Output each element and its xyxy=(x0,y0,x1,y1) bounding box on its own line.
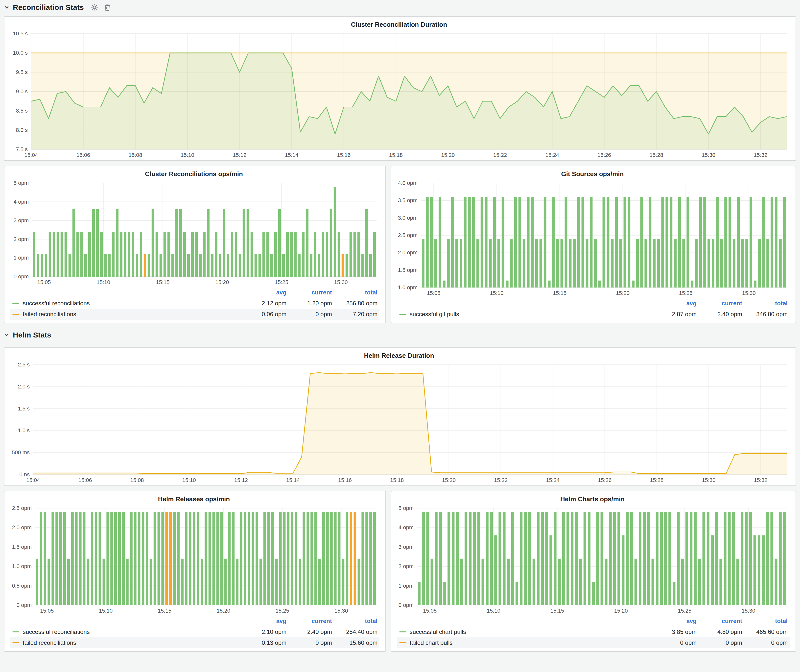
svg-text:15:10: 15:10 xyxy=(487,608,501,614)
svg-text:2.0 s: 2.0 s xyxy=(18,384,30,390)
series-dash-green xyxy=(399,631,406,632)
gear-icon[interactable] xyxy=(91,4,98,11)
panel-title[interactable]: Helm Release Duration xyxy=(7,350,790,361)
legend-header-row: avg current total xyxy=(397,298,790,309)
svg-text:15:10: 15:10 xyxy=(99,608,112,614)
legend-avg-value: 2.12 opm xyxy=(241,300,286,307)
legend-current-value: 1.20 opm xyxy=(286,300,332,307)
legend-label: successful reconciliations xyxy=(23,300,90,307)
legend-header-current[interactable]: current xyxy=(697,300,742,307)
svg-text:8.0 s: 8.0 s xyxy=(16,127,28,133)
svg-text:15:05: 15:05 xyxy=(423,608,437,614)
panel-title[interactable]: Helm Releases ops/min xyxy=(7,493,381,504)
chart-canvas[interactable]: 15:0415:0615:0815:1015:1215:1415:1615:18… xyxy=(7,30,790,159)
legend-row-successful: successful git pulls 2.87 opm 2.40 opm 3… xyxy=(397,309,790,320)
svg-text:15:15: 15:15 xyxy=(553,290,566,296)
svg-text:15:24: 15:24 xyxy=(546,477,560,483)
svg-text:15:25: 15:25 xyxy=(679,290,693,296)
legend-header-total[interactable]: total xyxy=(332,618,378,624)
svg-text:3 opm: 3 opm xyxy=(398,544,414,550)
svg-text:15:20: 15:20 xyxy=(442,477,456,483)
legend-current-value: 0 opm xyxy=(286,311,332,318)
chevron-down-icon[interactable] xyxy=(4,332,10,338)
legend-header-total[interactable]: total xyxy=(742,300,788,307)
chart-canvas[interactable]: 15:0415:0615:0815:1015:1215:1415:1615:18… xyxy=(7,361,790,485)
svg-text:15:20: 15:20 xyxy=(441,152,455,158)
section-title[interactable]: Helm Stats xyxy=(13,331,51,339)
legend-header-current[interactable]: current xyxy=(286,289,332,296)
svg-text:15:16: 15:16 xyxy=(337,152,350,158)
legend-header-avg[interactable]: avg xyxy=(651,618,697,624)
legend-header-avg[interactable]: avg xyxy=(241,289,286,296)
svg-text:15:30: 15:30 xyxy=(334,279,347,285)
svg-text:15:22: 15:22 xyxy=(494,477,507,483)
svg-text:15:15: 15:15 xyxy=(158,608,171,614)
svg-text:5 opm: 5 opm xyxy=(14,180,29,186)
svg-text:15:25: 15:25 xyxy=(275,608,289,614)
svg-text:1.5 opm: 1.5 opm xyxy=(398,267,418,273)
svg-text:1.5 s: 1.5 s xyxy=(18,406,30,412)
series-dash-green xyxy=(399,314,406,315)
series-dash-green xyxy=(12,303,19,304)
legend-label: failed reconciliations xyxy=(23,639,76,646)
legend-total-value: 346.80 opm xyxy=(742,311,788,318)
legend-avg-value: 2.10 opm xyxy=(241,629,286,635)
legend-header-total[interactable]: total xyxy=(332,289,378,296)
dashboard: Reconciliation Stats Cluster Reconciliat… xyxy=(0,0,800,672)
chart-canvas[interactable]: 15:0515:1015:1515:2015:2515:304.0 opm3.5… xyxy=(394,179,790,298)
panel-title[interactable]: Cluster Reconciliations ops/min xyxy=(7,168,381,179)
svg-text:15:20: 15:20 xyxy=(215,279,229,285)
svg-text:15:22: 15:22 xyxy=(493,152,507,158)
legend-header-current[interactable]: current xyxy=(286,618,332,624)
helm-releases-chart[interactable]: 15:0515:1015:1515:2015:2515:302.5 opm2.0… xyxy=(7,504,381,615)
svg-text:15:16: 15:16 xyxy=(338,477,352,483)
svg-text:15:08: 15:08 xyxy=(130,477,144,483)
svg-text:15:15: 15:15 xyxy=(156,279,170,285)
cluster-reconciliations-chart[interactable]: 15:0515:1015:1515:2015:2515:305 opm4 opm… xyxy=(7,179,381,286)
legend-total-value: 7.20 opm xyxy=(332,311,378,318)
series-dash-orange xyxy=(12,314,19,315)
git-sources-chart[interactable]: 15:0515:1015:1515:2015:2515:304.0 opm3.5… xyxy=(394,179,790,298)
legend-header-total[interactable]: total xyxy=(742,618,788,624)
legend-row-successful: successful chart pulls 3.85 opm 4.80 opm… xyxy=(397,626,790,637)
svg-text:1.5 opm: 1.5 opm xyxy=(12,544,32,550)
legend: avg current total successful chart pulls… xyxy=(394,615,790,650)
svg-text:4 opm: 4 opm xyxy=(398,524,414,530)
panel-title[interactable]: Helm Charts ops/min xyxy=(394,493,790,504)
chart-canvas[interactable]: 15:0515:1015:1515:2015:2515:302.5 opm2.0… xyxy=(7,504,381,615)
svg-text:8.5 s: 8.5 s xyxy=(16,108,28,114)
legend-header-avg[interactable]: avg xyxy=(651,300,697,307)
svg-text:15:12: 15:12 xyxy=(233,152,246,158)
chevron-down-icon[interactable] xyxy=(4,5,10,10)
legend-header-row: avg current total xyxy=(10,616,379,626)
panel-cluster-reconciliation-duration: Cluster Reconciliation Duration 15:0415:… xyxy=(4,16,796,161)
chart-canvas[interactable]: 15:0515:1015:1515:2015:2515:305 opm4 opm… xyxy=(394,504,790,615)
svg-text:15:32: 15:32 xyxy=(754,152,767,158)
svg-text:4.0 opm: 4.0 opm xyxy=(398,180,418,186)
legend-label: successful reconciliations xyxy=(23,629,90,635)
legend-total-value: 0 opm xyxy=(742,639,788,646)
legend-header-current[interactable]: current xyxy=(697,618,742,624)
svg-text:15:04: 15:04 xyxy=(26,477,40,483)
svg-text:0 opm: 0 opm xyxy=(17,602,32,608)
svg-text:9.5 s: 9.5 s xyxy=(16,69,28,75)
legend-total-value: 15.60 opm xyxy=(332,639,378,646)
trash-icon[interactable] xyxy=(105,4,110,11)
panel-title[interactable]: Git Sources ops/min xyxy=(394,168,790,179)
legend-current-value: 2.40 opm xyxy=(697,311,742,318)
series-dash-orange xyxy=(12,642,19,643)
panel-title[interactable]: Cluster Reconciliation Duration xyxy=(7,19,790,30)
svg-text:0 opm: 0 opm xyxy=(14,274,29,280)
cluster-reconciliation-duration-chart[interactable]: 15:0415:0615:0815:1015:1215:1415:1615:18… xyxy=(7,30,790,159)
svg-text:1.0 opm: 1.0 opm xyxy=(12,563,32,569)
svg-text:15:25: 15:25 xyxy=(275,279,288,285)
svg-text:15:06: 15:06 xyxy=(78,477,92,483)
helm-charts-chart[interactable]: 15:0515:1015:1515:2015:2515:305 opm4 opm… xyxy=(394,504,790,615)
section-title[interactable]: Reconciliation Stats xyxy=(13,3,84,11)
helm-release-duration-chart[interactable]: 15:0415:0615:0815:1015:1215:1415:1615:18… xyxy=(7,361,790,485)
legend-header-avg[interactable]: avg xyxy=(241,618,286,624)
svg-text:15:30: 15:30 xyxy=(702,477,715,483)
chart-canvas[interactable]: 15:0515:1015:1515:2015:2515:305 opm4 opm… xyxy=(7,179,381,286)
svg-text:0 ns: 0 ns xyxy=(19,471,30,478)
svg-text:0.5 opm: 0.5 opm xyxy=(12,583,32,589)
